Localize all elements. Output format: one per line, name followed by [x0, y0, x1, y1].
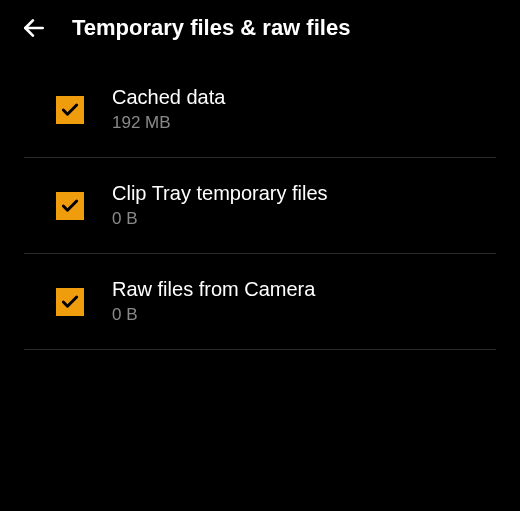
item-label: Cached data — [112, 86, 225, 109]
list-item[interactable]: Cached data 192 MB — [24, 56, 496, 158]
item-label: Clip Tray temporary files — [112, 182, 328, 205]
file-list: Cached data 192 MB Clip Tray temporary f… — [0, 56, 520, 350]
checkbox-raw-files[interactable] — [56, 288, 84, 316]
checkbox-clip-tray[interactable] — [56, 192, 84, 220]
back-button[interactable] — [20, 14, 48, 42]
item-size: 0 B — [112, 305, 315, 325]
item-content: Clip Tray temporary files 0 B — [112, 182, 328, 229]
list-item[interactable]: Clip Tray temporary files 0 B — [24, 158, 496, 254]
list-item[interactable]: Raw files from Camera 0 B — [24, 254, 496, 350]
page-title: Temporary files & raw files — [72, 15, 350, 41]
arrow-left-icon — [21, 15, 47, 41]
item-size: 0 B — [112, 209, 328, 229]
item-content: Raw files from Camera 0 B — [112, 278, 315, 325]
header: Temporary files & raw files — [0, 0, 520, 56]
item-label: Raw files from Camera — [112, 278, 315, 301]
check-icon — [60, 196, 80, 216]
check-icon — [60, 292, 80, 312]
checkbox-cached-data[interactable] — [56, 96, 84, 124]
item-size: 192 MB — [112, 113, 225, 133]
item-content: Cached data 192 MB — [112, 86, 225, 133]
check-icon — [60, 100, 80, 120]
